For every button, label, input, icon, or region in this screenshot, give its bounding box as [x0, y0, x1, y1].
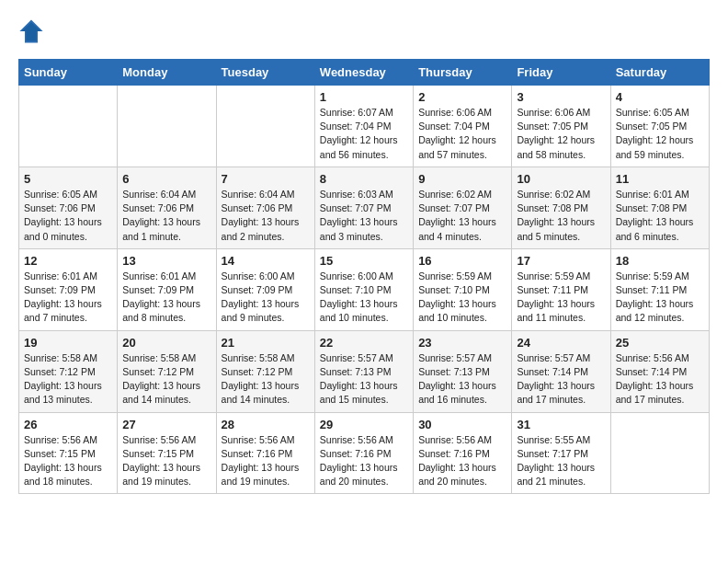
day-number: 12	[24, 254, 112, 268]
day-number: 13	[122, 254, 210, 268]
day-number: 28	[222, 418, 310, 431]
cell-info: Sunrise: 6:05 AM Sunset: 7:06 PM Dayligh…	[24, 188, 112, 244]
day-number: 22	[320, 336, 408, 350]
cell-info: Sunrise: 5:58 AM Sunset: 7:12 PM Dayligh…	[122, 351, 210, 408]
day-number: 8	[320, 172, 408, 186]
day-number: 11	[616, 172, 704, 186]
cell-info: Sunrise: 5:59 AM Sunset: 7:10 PM Dayligh…	[418, 270, 506, 326]
day-number: 1	[320, 90, 408, 104]
day-number: 19	[24, 336, 112, 350]
cell-info: Sunrise: 5:56 AM Sunset: 7:15 PM Dayligh…	[24, 433, 112, 489]
day-number: 14	[222, 254, 310, 268]
cell-info: Sunrise: 6:01 AM Sunset: 7:09 PM Dayligh…	[24, 270, 112, 326]
day-number: 3	[517, 90, 605, 104]
calendar-cell: 12Sunrise: 6:01 AM Sunset: 7:09 PM Dayli…	[19, 248, 118, 330]
calendar-cell: 19Sunrise: 5:58 AM Sunset: 7:12 PM Dayli…	[19, 330, 118, 412]
day-number: 4	[616, 90, 704, 104]
header	[18, 18, 710, 44]
calendar-header-row: SundayMondayTuesdayWednesdayThursdayFrid…	[19, 60, 710, 86]
cell-info: Sunrise: 6:02 AM Sunset: 7:08 PM Dayligh…	[517, 188, 605, 244]
day-number: 23	[418, 336, 506, 350]
day-number: 30	[418, 418, 506, 431]
calendar-week-row: 12Sunrise: 6:01 AM Sunset: 7:09 PM Dayli…	[19, 248, 710, 330]
day-number: 20	[122, 336, 210, 350]
cell-info: Sunrise: 6:05 AM Sunset: 7:05 PM Dayligh…	[616, 106, 704, 162]
calendar-cell: 16Sunrise: 5:59 AM Sunset: 7:10 PM Dayli…	[414, 248, 512, 330]
calendar-cell: 23Sunrise: 5:57 AM Sunset: 7:13 PM Dayli…	[414, 330, 512, 412]
calendar-week-row: 26Sunrise: 5:56 AM Sunset: 7:15 PM Dayli…	[19, 412, 710, 494]
calendar-cell: 4Sunrise: 6:05 AM Sunset: 7:05 PM Daylig…	[610, 86, 709, 167]
calendar-cell: 15Sunrise: 6:00 AM Sunset: 7:10 PM Dayli…	[314, 248, 413, 330]
day-number: 18	[616, 254, 704, 268]
calendar-cell: 18Sunrise: 5:59 AM Sunset: 7:11 PM Dayli…	[610, 248, 709, 330]
cell-info: Sunrise: 5:57 AM Sunset: 7:13 PM Dayligh…	[418, 351, 506, 408]
day-number: 29	[320, 418, 408, 431]
cell-info: Sunrise: 5:57 AM Sunset: 7:14 PM Dayligh…	[517, 351, 605, 408]
calendar-cell: 20Sunrise: 5:58 AM Sunset: 7:12 PM Dayli…	[118, 330, 216, 412]
cell-info: Sunrise: 6:02 AM Sunset: 7:07 PM Dayligh…	[418, 188, 506, 244]
day-header-thursday: Thursday	[414, 60, 512, 86]
cell-info: Sunrise: 5:57 AM Sunset: 7:13 PM Dayligh…	[320, 351, 408, 408]
calendar-cell	[118, 86, 216, 167]
calendar-cell: 25Sunrise: 5:56 AM Sunset: 7:14 PM Dayli…	[610, 330, 709, 412]
calendar-cell: 6Sunrise: 6:04 AM Sunset: 7:06 PM Daylig…	[118, 167, 216, 248]
calendar-cell: 14Sunrise: 6:00 AM Sunset: 7:09 PM Dayli…	[216, 248, 314, 330]
cell-info: Sunrise: 5:59 AM Sunset: 7:11 PM Dayligh…	[616, 270, 704, 326]
day-number: 21	[222, 336, 310, 350]
day-number: 2	[418, 90, 506, 104]
cell-info: Sunrise: 5:56 AM Sunset: 7:14 PM Dayligh…	[616, 351, 704, 408]
calendar-cell: 10Sunrise: 6:02 AM Sunset: 7:08 PM Dayli…	[512, 167, 610, 248]
cell-info: Sunrise: 5:59 AM Sunset: 7:11 PM Dayligh…	[517, 270, 605, 326]
calendar-week-row: 1Sunrise: 6:07 AM Sunset: 7:04 PM Daylig…	[19, 86, 710, 167]
calendar-cell: 8Sunrise: 6:03 AM Sunset: 7:07 PM Daylig…	[314, 167, 413, 248]
calendar-cell: 28Sunrise: 5:56 AM Sunset: 7:16 PM Dayli…	[216, 412, 314, 494]
day-header-tuesday: Tuesday	[216, 60, 314, 86]
day-header-friday: Friday	[512, 60, 610, 86]
calendar-cell: 7Sunrise: 6:04 AM Sunset: 7:06 PM Daylig…	[216, 167, 314, 248]
calendar-cell	[19, 86, 118, 167]
day-number: 31	[517, 418, 605, 431]
day-header-saturday: Saturday	[610, 60, 709, 86]
calendar-cell: 2Sunrise: 6:06 AM Sunset: 7:04 PM Daylig…	[414, 86, 512, 167]
cell-info: Sunrise: 5:58 AM Sunset: 7:12 PM Dayligh…	[24, 351, 112, 408]
cell-info: Sunrise: 6:00 AM Sunset: 7:09 PM Dayligh…	[222, 270, 310, 326]
calendar-cell: 9Sunrise: 6:02 AM Sunset: 7:07 PM Daylig…	[414, 167, 512, 248]
cell-info: Sunrise: 5:56 AM Sunset: 7:16 PM Dayligh…	[222, 433, 310, 489]
cell-info: Sunrise: 6:07 AM Sunset: 7:04 PM Dayligh…	[320, 106, 408, 162]
calendar-cell	[216, 86, 314, 167]
day-header-monday: Monday	[118, 60, 216, 86]
cell-info: Sunrise: 6:04 AM Sunset: 7:06 PM Dayligh…	[222, 188, 310, 244]
logo-icon	[18, 18, 44, 44]
cell-info: Sunrise: 5:56 AM Sunset: 7:15 PM Dayligh…	[122, 433, 210, 489]
day-number: 16	[418, 254, 506, 268]
calendar-cell: 21Sunrise: 5:58 AM Sunset: 7:12 PM Dayli…	[216, 330, 314, 412]
cell-info: Sunrise: 6:06 AM Sunset: 7:04 PM Dayligh…	[418, 106, 506, 162]
calendar-cell: 26Sunrise: 5:56 AM Sunset: 7:15 PM Dayli…	[19, 412, 118, 494]
cell-info: Sunrise: 5:56 AM Sunset: 7:16 PM Dayligh…	[418, 433, 506, 489]
calendar-cell: 29Sunrise: 5:56 AM Sunset: 7:16 PM Dayli…	[314, 412, 413, 494]
day-number: 24	[517, 336, 605, 350]
calendar-cell: 22Sunrise: 5:57 AM Sunset: 7:13 PM Dayli…	[314, 330, 413, 412]
calendar-cell: 13Sunrise: 6:01 AM Sunset: 7:09 PM Dayli…	[118, 248, 216, 330]
cell-info: Sunrise: 6:06 AM Sunset: 7:05 PM Dayligh…	[517, 106, 605, 162]
day-number: 6	[122, 172, 210, 186]
cell-info: Sunrise: 6:01 AM Sunset: 7:09 PM Dayligh…	[122, 270, 210, 326]
calendar-week-row: 5Sunrise: 6:05 AM Sunset: 7:06 PM Daylig…	[19, 167, 710, 248]
day-header-sunday: Sunday	[19, 60, 118, 86]
day-number: 9	[418, 172, 506, 186]
cell-info: Sunrise: 5:56 AM Sunset: 7:16 PM Dayligh…	[320, 433, 408, 489]
cell-info: Sunrise: 6:00 AM Sunset: 7:10 PM Dayligh…	[320, 270, 408, 326]
day-number: 7	[222, 172, 310, 186]
calendar-cell: 30Sunrise: 5:56 AM Sunset: 7:16 PM Dayli…	[414, 412, 512, 494]
page: SundayMondayTuesdayWednesdayThursdayFrid…	[0, 0, 728, 503]
cell-info: Sunrise: 6:01 AM Sunset: 7:08 PM Dayligh…	[616, 188, 704, 244]
calendar-cell: 24Sunrise: 5:57 AM Sunset: 7:14 PM Dayli…	[512, 330, 610, 412]
calendar-cell: 27Sunrise: 5:56 AM Sunset: 7:15 PM Dayli…	[118, 412, 216, 494]
cell-info: Sunrise: 5:55 AM Sunset: 7:17 PM Dayligh…	[517, 433, 605, 489]
calendar-cell: 11Sunrise: 6:01 AM Sunset: 7:08 PM Dayli…	[610, 167, 709, 248]
calendar-cell: 3Sunrise: 6:06 AM Sunset: 7:05 PM Daylig…	[512, 86, 610, 167]
calendar-cell	[610, 412, 709, 494]
calendar-cell: 1Sunrise: 6:07 AM Sunset: 7:04 PM Daylig…	[314, 86, 413, 167]
day-number: 5	[24, 172, 112, 186]
day-number: 26	[24, 418, 112, 431]
